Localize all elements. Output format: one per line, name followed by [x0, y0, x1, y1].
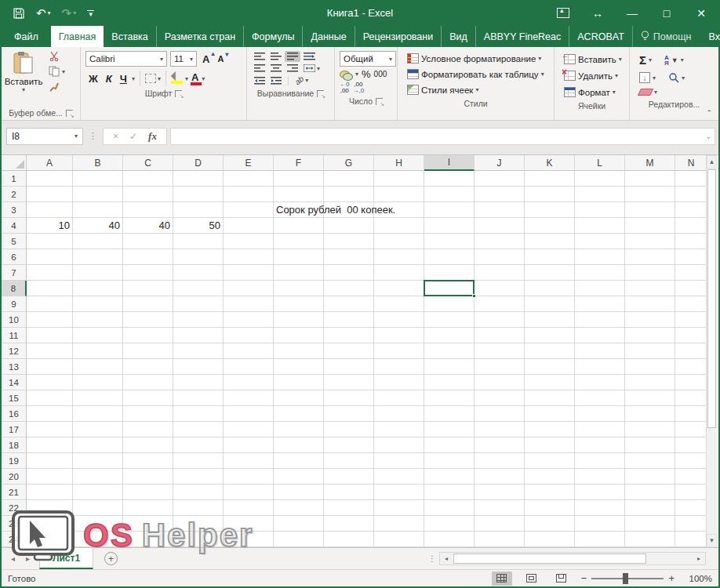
cell-E21[interactable] — [224, 485, 274, 500]
column-header-M[interactable]: M — [625, 155, 675, 171]
cell-L12[interactable] — [575, 343, 625, 359]
row-header-12[interactable]: 12 — [2, 343, 27, 359]
cell-F20[interactable] — [274, 469, 324, 485]
cell-K2[interactable] — [525, 187, 575, 202]
column-header-I[interactable]: I — [424, 155, 475, 171]
cell-J7[interactable] — [475, 265, 525, 281]
cell-I13[interactable] — [424, 359, 475, 375]
align-center-button[interactable] — [268, 63, 284, 74]
cell-H1[interactable] — [374, 171, 424, 187]
cell-L10[interactable] — [575, 312, 625, 328]
cell-D7[interactable] — [173, 265, 224, 281]
fill-button[interactable]: ↓▾ — [636, 71, 659, 85]
hscroll-thumb[interactable] — [453, 554, 646, 564]
zoom-in-button[interactable]: + — [668, 572, 675, 584]
cell-N2[interactable] — [675, 187, 707, 202]
underline-button[interactable]: Ч — [117, 72, 130, 85]
cell-H22[interactable] — [374, 500, 424, 516]
cell-D8[interactable] — [173, 281, 224, 296]
number-format-combo[interactable]: Общий▾ — [340, 51, 396, 67]
cell-N8[interactable] — [675, 281, 707, 296]
insert-cells-button[interactable]: Вставить▾ — [561, 53, 624, 66]
column-header-N[interactable]: N — [675, 155, 707, 171]
cell-A10[interactable] — [27, 312, 73, 328]
cell-H7[interactable] — [374, 265, 424, 281]
tab-abbyy[interactable]: ABBYY FineReac — [476, 26, 569, 47]
cell-D1[interactable] — [173, 171, 224, 187]
cell-N15[interactable] — [675, 390, 707, 406]
cell-M8[interactable] — [625, 281, 675, 296]
cell-D19[interactable] — [173, 453, 224, 469]
column-header-E[interactable]: E — [224, 155, 274, 171]
cell-I18[interactable] — [424, 437, 475, 453]
expand-formula-bar-button[interactable]: ⌄ — [705, 132, 711, 140]
tab-page-layout[interactable]: Разметка стран — [157, 26, 244, 47]
cell-A23[interactable] — [27, 516, 73, 532]
cell-M16[interactable] — [625, 406, 675, 422]
cell-L13[interactable] — [575, 359, 625, 375]
align-top-button[interactable] — [252, 51, 267, 62]
normal-view-button[interactable] — [492, 572, 512, 586]
cell-K21[interactable] — [525, 485, 575, 500]
cell-J1[interactable] — [475, 171, 525, 187]
number-group-label[interactable]: Число — [336, 94, 395, 108]
cell-M13[interactable] — [625, 359, 675, 375]
tab-file[interactable]: Файл — [2, 26, 51, 47]
cell-H8[interactable] — [374, 281, 424, 296]
dialog-launcher-icon[interactable] — [66, 110, 73, 117]
cell-G2[interactable] — [324, 187, 374, 202]
cell-L21[interactable] — [575, 485, 625, 500]
cell-B1[interactable] — [73, 171, 123, 187]
cell-G20[interactable] — [324, 469, 374, 485]
cell-K5[interactable] — [525, 234, 575, 249]
cell-L20[interactable] — [575, 469, 625, 485]
cell-C11[interactable] — [123, 328, 173, 343]
cell-I6[interactable] — [424, 249, 475, 265]
cell-C3[interactable] — [123, 202, 173, 218]
cell-B22[interactable] — [73, 500, 123, 516]
cell-E13[interactable] — [224, 359, 274, 375]
decrease-decimal-button[interactable]: ,00→,0 — [352, 82, 364, 94]
cell-N4[interactable] — [675, 218, 707, 234]
grid-body[interactable]: ABCDEFGHIJKLMN123Сорок рублей 00 копеек.… — [2, 155, 707, 547]
cell-A1[interactable] — [27, 171, 73, 187]
cell-F21[interactable] — [274, 485, 324, 500]
cell-I15[interactable] — [424, 390, 475, 406]
cell-H19[interactable] — [374, 453, 424, 469]
cell-F3[interactable]: Сорок рублей 00 копеек. — [274, 202, 324, 218]
tab-scrollbar-splitter[interactable]: ⋮ — [425, 548, 439, 569]
cell-N17[interactable] — [675, 422, 707, 437]
cell-K4[interactable] — [525, 218, 575, 234]
cell-L17[interactable] — [575, 422, 625, 437]
tab-home[interactable]: Главная — [51, 26, 104, 47]
cell-F10[interactable] — [274, 312, 324, 328]
cell-I5[interactable] — [424, 234, 475, 249]
cell-K7[interactable] — [525, 265, 575, 281]
cell-A14[interactable] — [27, 375, 73, 390]
cell-E1[interactable] — [224, 171, 274, 187]
cell-G21[interactable] — [324, 485, 374, 500]
cell-G7[interactable] — [324, 265, 374, 281]
cell-D14[interactable] — [173, 375, 224, 390]
cell-M5[interactable] — [625, 234, 675, 249]
cell-N24[interactable] — [675, 532, 707, 547]
cell-A17[interactable] — [27, 422, 73, 437]
cell-B20[interactable] — [73, 469, 123, 485]
alignment-group-label[interactable]: Выравнивание — [249, 86, 333, 100]
cell-G15[interactable] — [324, 390, 374, 406]
cell-J12[interactable] — [475, 343, 525, 359]
undo-button[interactable]: ↶▾ — [36, 6, 51, 20]
cell-A12[interactable] — [27, 343, 73, 359]
cell-H4[interactable] — [374, 218, 424, 234]
format-as-table-button[interactable]: Форматировать как таблицу▾ — [404, 67, 549, 81]
cell-F17[interactable] — [274, 422, 324, 437]
zoom-percentage[interactable]: 100% — [684, 574, 712, 583]
cell-F19[interactable] — [274, 453, 324, 469]
cell-D21[interactable] — [173, 485, 224, 500]
cell-E7[interactable] — [224, 265, 274, 281]
cell-G8[interactable] — [324, 281, 374, 296]
column-header-C[interactable]: C — [123, 155, 173, 171]
cell-B10[interactable] — [73, 312, 123, 328]
cell-F18[interactable] — [274, 437, 324, 453]
cell-D22[interactable] — [173, 500, 224, 516]
